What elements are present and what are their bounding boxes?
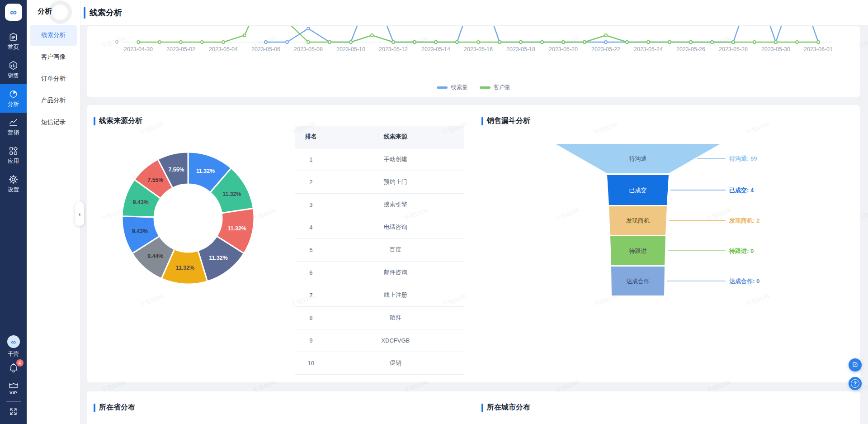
funnel-stage-label: 达成合作	[626, 278, 650, 285]
marketing-icon	[9, 118, 18, 128]
sidebar-item-label: 首页	[8, 43, 19, 51]
table-row[interactable]: 8陌拜	[295, 306, 464, 329]
settings-icon	[9, 175, 18, 185]
table-cell: 5	[295, 238, 327, 261]
svg-text:2023-05-08: 2023-05-08	[294, 46, 323, 52]
lead-source-section-title: 线索来源分析	[94, 116, 142, 126]
crown-icon	[9, 381, 19, 390]
help-fab-button[interactable]: ?	[849, 377, 862, 390]
funnel-value-label: 发现商机: 2	[729, 217, 760, 224]
home-icon	[9, 32, 18, 42]
svg-text:2023-05-10: 2023-05-10	[336, 46, 365, 52]
sidebar-item-home[interactable]: 首页	[0, 27, 27, 56]
avatar[interactable]: ∞	[7, 335, 20, 348]
fullscreen-button[interactable]	[9, 407, 18, 418]
sidebar-item-label: 销售	[8, 72, 19, 80]
donut-label: 11.32%	[228, 225, 246, 232]
sidebar-item-marketing[interactable]: 营销	[0, 113, 27, 141]
table-row[interactable]: 7线上注册	[295, 284, 464, 306]
submenu-item[interactable]: 客户画像	[30, 47, 77, 67]
vip-label: VIP	[9, 390, 17, 395]
sidebar-item-sales[interactable]: 销售	[0, 56, 27, 84]
edit-fab-button[interactable]	[849, 358, 862, 372]
svg-text:2023-05-22: 2023-05-22	[591, 46, 620, 52]
submenu-title: 分析	[38, 7, 80, 16]
table-cell: 7	[295, 284, 327, 306]
primary-sidebar: ∞ 首页销售分析营销应用设置 ∞ 千营 4 VIP	[0, 0, 27, 424]
sidebar-item-settings[interactable]: 设置	[0, 170, 27, 198]
notifications-button[interactable]: 4	[8, 362, 19, 375]
lead-source-donut-chart[interactable]: 11.32%11.32%11.32%11.32%11.32%9.44%9.43%…	[121, 151, 255, 285]
donut-label: 9.43%	[133, 199, 149, 205]
legend-label: 线索量	[451, 84, 468, 91]
legend-swatch	[437, 86, 448, 89]
apps-icon	[9, 146, 18, 156]
lead-source-table: 排名线索来源 1手动创建2预约上门3搜索引擎4电话咨询5百度6邮件咨询7线上注册…	[295, 126, 464, 375]
table-header-row: 排名线索来源	[295, 126, 464, 148]
legend-swatch	[480, 86, 491, 89]
rail-bottom: ∞ 千营 4 VIP	[0, 335, 27, 424]
table-row[interactable]: 3搜索引擎	[295, 193, 464, 216]
funnel-stage-label: 已成交	[629, 187, 647, 194]
svg-text:2023-05-12: 2023-05-12	[379, 46, 408, 52]
svg-text:2023-05-04: 2023-05-04	[209, 46, 238, 52]
donut-label: 11.32%	[209, 255, 227, 261]
table-cell: 邮件咨询	[327, 261, 464, 284]
primary-nav: 首页销售分析营销应用设置	[0, 27, 27, 198]
table-row[interactable]: 10促销	[295, 352, 464, 374]
table-cell: 百度	[327, 238, 464, 261]
table-row[interactable]: 4电话咨询	[295, 216, 464, 238]
submenu-item[interactable]: 短信记录	[30, 112, 77, 133]
collapse-sidebar-handle[interactable]: ‹	[75, 202, 84, 226]
table-cell: 9	[295, 329, 327, 352]
table-header-cell: 排名	[295, 126, 327, 148]
table-row[interactable]: 6邮件咨询	[295, 261, 464, 284]
logo-infinity-icon: ∞	[10, 7, 17, 18]
svg-text:2023-05-26: 2023-05-26	[676, 46, 705, 52]
sidebar-item-label: 营销	[8, 129, 19, 137]
page-header: 线索分析	[80, 0, 868, 26]
donut-label: 11.32%	[222, 191, 241, 197]
table-row[interactable]: 9XDCFVGB	[295, 329, 464, 352]
section-accent-bar	[94, 117, 95, 125]
notification-badge: 4	[16, 359, 24, 367]
app-logo[interactable]: ∞	[5, 4, 22, 21]
table-row[interactable]: 5百度	[295, 238, 464, 261]
question-mark-icon: ?	[851, 379, 859, 388]
trend-line-chart[interactable]: 02023-04-302023-05-022023-05-042023-05-0…	[87, 26, 860, 77]
table-cell: 促销	[327, 352, 464, 374]
table-cell: 1	[295, 148, 327, 171]
funnel-value-label: 待跟进: 0	[729, 248, 754, 254]
vip-button[interactable]: VIP	[9, 381, 19, 395]
sidebar-item-label: 应用	[8, 157, 19, 165]
table-cell: 8	[295, 306, 327, 329]
analysis-icon	[9, 89, 18, 99]
submenu-item[interactable]: 订单分析	[30, 68, 77, 89]
table-row[interactable]: 1手动创建	[295, 148, 464, 171]
trend-legend: 线索量客户量	[87, 84, 860, 91]
table-cell: 陌拜	[327, 306, 464, 329]
table-row[interactable]: 2预约上门	[295, 171, 464, 193]
section-accent-bar	[94, 404, 95, 412]
user-name: 千营	[8, 350, 19, 358]
legend-item[interactable]: 线索量	[437, 84, 468, 91]
sidebar-item-analysis[interactable]: 分析	[0, 84, 27, 113]
legend-item[interactable]: 客户量	[480, 84, 511, 91]
distribution-card: 所在省分布 所在城市分布	[87, 391, 860, 424]
table-cell: 10	[295, 352, 327, 374]
submenu-item[interactable]: 产品分析	[30, 90, 77, 111]
funnel-value-label: 已成交: 4	[729, 187, 754, 194]
svg-text:2023-05-24: 2023-05-24	[634, 46, 663, 52]
sidebar-item-label: 设置	[8, 186, 19, 194]
sidebar-item-apps[interactable]: 应用	[0, 141, 27, 170]
title-accent-bar	[84, 7, 85, 19]
bell-icon	[8, 367, 19, 375]
submenu-item[interactable]: 线索分析	[30, 25, 77, 46]
submenu-list: 线索分析客户画像订单分析产品分析短信记录	[27, 25, 80, 133]
sales-funnel-chart[interactable]: 待沟通待沟通: 59已成交已成交: 4发现商机发现商机: 2待跟进待跟进: 0达…	[481, 132, 780, 322]
donut-label: 11.32%	[196, 168, 215, 174]
analysis-card: 线索来源分析 11.32%11.32%11.32%11.32%11.32%9.4…	[87, 105, 860, 382]
section-accent-bar	[481, 404, 483, 412]
sidebar-item-label: 分析	[8, 100, 19, 108]
svg-text:2023-05-18: 2023-05-18	[506, 46, 535, 52]
